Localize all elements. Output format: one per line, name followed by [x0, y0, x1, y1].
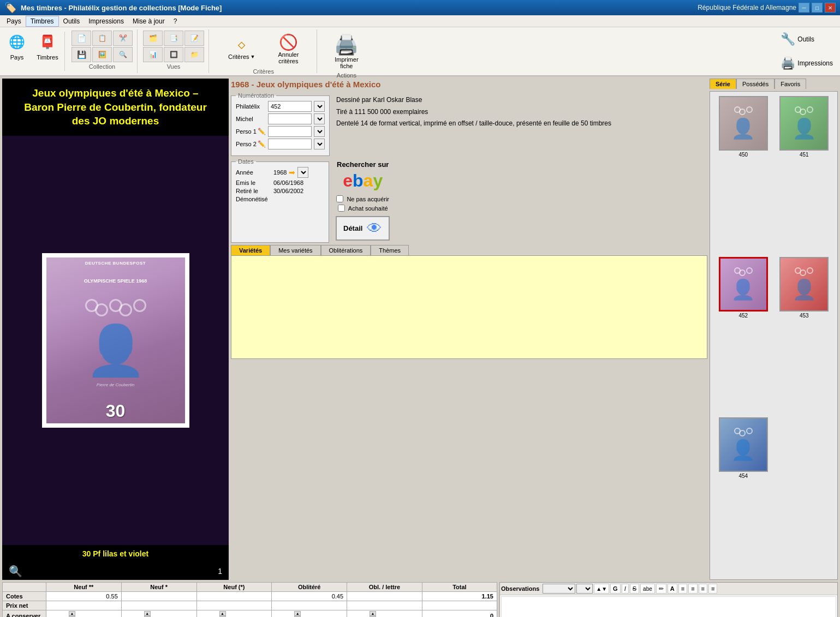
collection-btn-6[interactable]: 🔍 — [113, 47, 133, 62]
vues-btn-1[interactable]: 🗂️ — [143, 31, 163, 46]
right-tab-serie[interactable]: Série — [710, 79, 736, 89]
tab-varietes[interactable]: Variétés — [231, 245, 270, 255]
menu-help[interactable]: ? — [169, 16, 182, 26]
obs-strike-btn[interactable]: S — [630, 584, 639, 594]
prixnet-neuf0-input[interactable] — [198, 602, 271, 609]
perso1-input[interactable] — [268, 126, 312, 137]
thumb-img-451[interactable]: 👤 — [779, 96, 829, 151]
aconserver-obl-input[interactable] — [272, 613, 294, 617]
thumb-img-450[interactable]: 👤 — [719, 96, 768, 151]
tab-mes-varietes[interactable]: Mes variétés — [270, 245, 320, 255]
annee-arrow-icon[interactable]: ➡ — [289, 168, 295, 177]
prixnet-oblitere-input[interactable] — [272, 602, 346, 609]
obs-abe-btn[interactable]: abe — [640, 584, 655, 594]
collection-btn-2[interactable]: 💾 — [72, 47, 91, 62]
prixnet-neuf1-input[interactable] — [122, 602, 196, 609]
imprimer-label: Imprimer fiche — [335, 56, 358, 69]
philatelix-input[interactable] — [268, 101, 312, 112]
obs-font-select[interactable] — [543, 584, 575, 594]
philatelix-dropdown[interactable]: ▼ — [314, 101, 325, 112]
vues-btn-2[interactable]: 📊 — [143, 47, 163, 62]
prixnet-obl-lettre-input[interactable] — [348, 602, 421, 609]
prixnet-total-input[interactable] — [423, 602, 496, 609]
menu-outils[interactable]: Outils — [59, 16, 85, 26]
ebay-logo[interactable]: ebay — [343, 171, 383, 191]
obs-size-select[interactable] — [576, 584, 593, 594]
collection-btn-1[interactable]: 📄 — [72, 31, 91, 46]
obs-italic-btn[interactable]: I — [622, 584, 629, 594]
globe-icon: 🌐 — [6, 31, 28, 53]
right-tab-possedes[interactable]: Possédés — [736, 79, 775, 89]
tab-obliterations[interactable]: Oblitérations — [321, 245, 371, 255]
spin-up-5[interactable]: ▲ — [370, 611, 376, 616]
spin-up-4[interactable]: ▲ — [294, 611, 301, 616]
imprimer-button[interactable]: 🖨️ Imprimer fiche — [327, 31, 366, 72]
stamp-counter: 1 — [218, 567, 222, 576]
vues-label: Vues — [167, 63, 181, 70]
maximize-button[interactable]: □ — [812, 3, 823, 13]
menu-miseajour[interactable]: Mise à jour — [128, 16, 169, 26]
collection-btn-5[interactable]: 🖼️ — [92, 47, 112, 62]
collection-btn-3[interactable]: 📋 — [92, 31, 112, 46]
ebay-a: a — [364, 171, 373, 190]
close-button[interactable]: ✕ — [825, 3, 836, 13]
menu-impressions[interactable]: Impressions — [84, 16, 128, 26]
numerotation-legend: Numérotation — [236, 92, 276, 99]
center-panel: 1968 - Jeux olympiques d'été à Mexico Nu… — [231, 79, 707, 580]
thumb-img-453[interactable]: 👤 — [779, 257, 829, 312]
annee-dropdown[interactable]: ▼ — [297, 167, 308, 178]
obs-spin-btn[interactable]: ▲▼ — [594, 584, 609, 594]
annuler-criteres-button[interactable]: 🚫 Annuler critères — [269, 31, 308, 67]
vues-btn-3[interactable]: 📑 — [164, 31, 183, 46]
vues-btn-5[interactable]: 🔲 — [164, 47, 183, 62]
menu-timbres[interactable]: Timbres — [26, 16, 59, 27]
obs-content-area[interactable] — [501, 596, 836, 617]
toolbar-pays-button[interactable]: 🌐 Pays — [2, 29, 32, 73]
perso2-dropdown[interactable]: ▼ — [314, 139, 325, 149]
obs-justify-btn[interactable]: ≡ — [708, 584, 717, 594]
prixnet-neuf2-input[interactable] — [47, 602, 121, 609]
michel-dropdown[interactable]: ▼ — [314, 113, 325, 124]
minimize-button[interactable]: ─ — [799, 3, 809, 13]
col-header-total: Total — [422, 583, 497, 592]
col-header-empty — [3, 583, 46, 592]
spin-up-1[interactable]: ▲ — [69, 611, 75, 616]
toolbar-outils-button[interactable]: 🔧 Outils — [776, 29, 838, 49]
zoom-icon[interactable]: 🔍 — [9, 565, 22, 578]
obs-align-right-btn[interactable]: ≡ — [699, 584, 707, 594]
collection-btn-4[interactable]: ✂️ — [113, 31, 133, 46]
toolbar-timbres-button[interactable]: 📮 Timbres — [33, 29, 62, 73]
thumb-img-454[interactable]: 👤 — [719, 417, 768, 472]
menu-pays[interactable]: Pays — [2, 16, 26, 26]
achat-checkbox[interactable] — [338, 205, 345, 212]
stamp-header-title: 1968 - Jeux olympiques d'été à Mexico — [231, 79, 707, 90]
aconserver-neuf1-input[interactable] — [122, 613, 144, 617]
toolbar-impressions-button[interactable]: 🖨️ Impressions — [776, 53, 838, 73]
obs-align-center-btn[interactable]: ≡ — [688, 584, 697, 594]
aconserver-obl-lettre-input[interactable] — [348, 613, 370, 617]
aconserver-neuf0-input[interactable] — [198, 613, 219, 617]
obs-align-left-btn[interactable]: ≡ — [678, 584, 687, 594]
vues-btn-4[interactable]: 📝 — [184, 31, 204, 46]
perso1-dropdown[interactable]: ▼ — [314, 126, 325, 137]
tab-themes[interactable]: Thèmes — [371, 245, 409, 255]
obs-pen-btn[interactable]: ✏ — [656, 584, 666, 594]
thumb-number-450: 450 — [738, 152, 748, 158]
thumb-number-453: 453 — [800, 313, 809, 319]
desc-line1: Dessiné par Karl Oskar Blase — [336, 94, 705, 106]
stamp-figure: 👤 — [85, 326, 146, 375]
obs-a-btn[interactable]: A — [668, 584, 677, 594]
thumb-number-452: 452 — [738, 313, 748, 319]
spin-up-3[interactable]: ▲ — [219, 611, 226, 616]
obs-bold-btn[interactable]: G — [610, 584, 621, 594]
ne-pas-checkbox[interactable] — [336, 195, 343, 202]
detail-button[interactable]: Détail 👁 — [336, 216, 390, 241]
criteres-button[interactable]: ⬦ Critères ▼ — [219, 31, 264, 67]
michel-input[interactable] — [268, 113, 312, 124]
perso2-input[interactable] — [268, 139, 312, 149]
thumb-img-452[interactable]: 👤 — [719, 257, 768, 312]
vues-btn-6[interactable]: 📁 — [184, 47, 204, 62]
spin-up-2[interactable]: ▲ — [144, 611, 151, 616]
right-tab-favoris[interactable]: Favoris — [775, 79, 806, 89]
aconserver-neuf2-input[interactable] — [47, 613, 69, 617]
